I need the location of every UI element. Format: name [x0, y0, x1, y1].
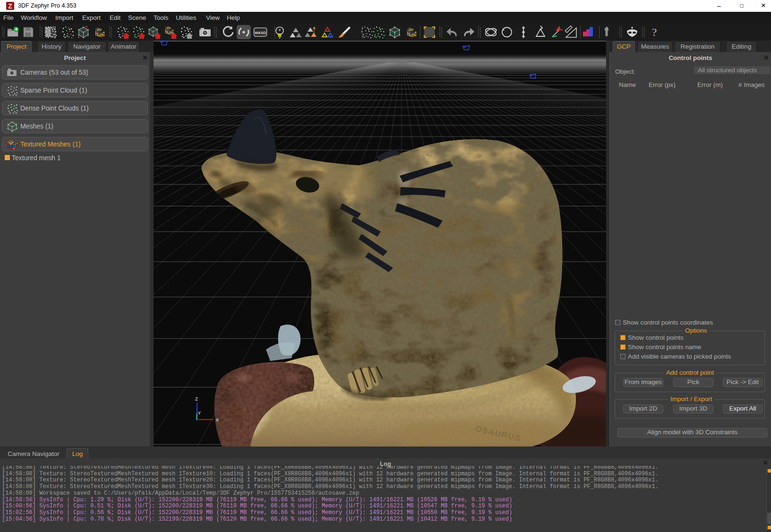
- svg-text:Y: Y: [198, 411, 201, 416]
- svg-text:?: ?: [652, 26, 657, 38]
- svg-text:WASD: WASD: [255, 31, 266, 35]
- svg-text:Z: Z: [195, 397, 198, 402]
- svg-text:x: x: [216, 418, 219, 423]
